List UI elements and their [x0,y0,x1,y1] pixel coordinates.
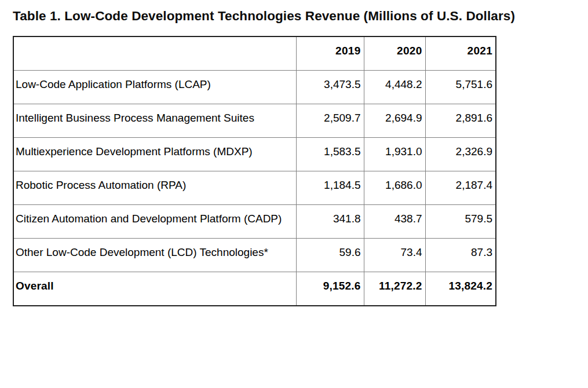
column-header-blank [13,36,296,71]
row-value: 59.6 [296,239,364,272]
row-label: Multiexperience Development Platforms (M… [13,138,296,171]
row-value: 2,891.6 [425,104,496,138]
table-row: Other Low-Code Development (LCD) Technol… [13,239,496,272]
row-label: Low-Code Application Platforms (LCAP) [13,71,296,104]
column-header-2020: 2020 [364,36,425,71]
row-value: 13,824.2 [425,272,496,306]
revenue-table: 2019 2020 2021 Low-Code Application Plat… [13,36,496,306]
row-value: 1,686.0 [364,171,425,205]
row-label: Overall [13,272,296,306]
row-value: 2,326.9 [425,138,496,171]
row-value: 438.7 [364,205,425,239]
row-value: 5,751.6 [425,71,496,104]
table-row: Multiexperience Development Platforms (M… [13,138,496,171]
row-value: 579.5 [425,205,496,239]
table-header: 2019 2020 2021 [13,36,496,71]
row-value: 1,931.0 [364,138,425,171]
table-row: Citizen Automation and Development Platf… [13,205,496,239]
header-row: 2019 2020 2021 [13,36,496,71]
table-row: Robotic Process Automation (RPA) 1,184.5… [13,171,496,205]
row-value: 2,509.7 [296,104,364,138]
row-label: Robotic Process Automation (RPA) [13,171,296,205]
row-label: Intelligent Business Process Management … [13,104,296,138]
row-label: Other Low-Code Development (LCD) Technol… [13,239,296,272]
table-row: Low-Code Application Platforms (LCAP) 3,… [13,71,496,104]
row-value: 9,152.6 [296,272,364,306]
row-value: 2,694.9 [364,104,425,138]
row-value: 4,448.2 [364,71,425,104]
column-header-2021: 2021 [425,36,496,71]
row-value: 2,187.4 [425,171,496,205]
table-row: Intelligent Business Process Management … [13,104,496,138]
row-value: 87.3 [425,239,496,272]
row-value: 1,184.5 [296,171,364,205]
row-value: 11,272.2 [364,272,425,306]
row-value: 3,473.5 [296,71,364,104]
table-row: Overall 9,152.6 11,272.2 13,824.2 [13,272,496,306]
row-value: 341.8 [296,205,364,239]
row-value: 73.4 [364,239,425,272]
row-value: 1,583.5 [296,138,364,171]
column-header-2019: 2019 [296,36,364,71]
page: Table 1. Low-Code Development Technologi… [0,0,588,306]
table-body: Low-Code Application Platforms (LCAP) 3,… [13,71,496,306]
row-label: Citizen Automation and Development Platf… [13,205,296,239]
table-title: Table 1. Low-Code Development Technologi… [13,9,588,24]
